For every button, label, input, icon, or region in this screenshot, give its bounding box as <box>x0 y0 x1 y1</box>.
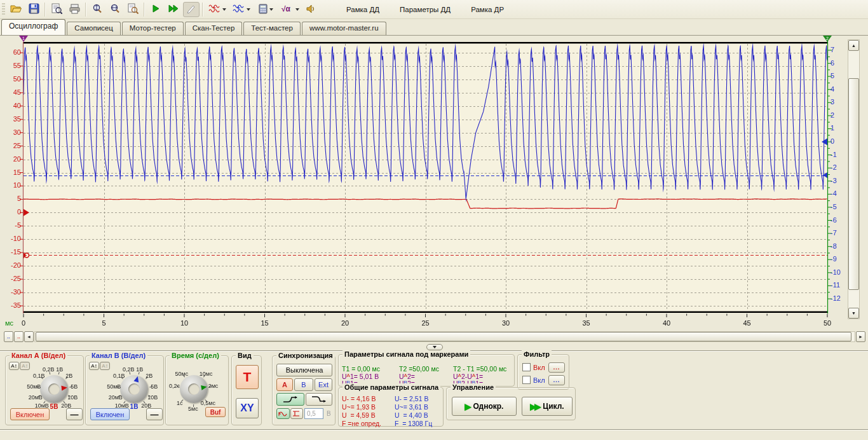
toolbar-run-cycle-button[interactable] <box>165 2 182 17</box>
channel-a-autoscale-button-1[interactable]: А↕ <box>9 362 19 370</box>
toolbar-math-functions-button[interactable]: √α <box>278 2 301 17</box>
dropdown-arrow-icon[interactable] <box>295 8 299 11</box>
y-right-tick-label: 7 <box>831 46 850 53</box>
horizontal-scroll-thumb[interactable] <box>36 332 851 341</box>
y-left-tick-label: 50 <box>4 75 21 83</box>
tab-5[interactable]: Тест-мастер <box>243 22 301 35</box>
channel-b-power-button[interactable]: Включен <box>90 408 130 420</box>
tab-3[interactable]: Мотор-тестер <box>122 22 184 35</box>
vertical-scrollbar[interactable]: ▲ ▼ <box>848 39 860 319</box>
view-t-button[interactable]: T <box>236 365 259 389</box>
marker-param-cell-r1c2: T2 =50,00 мс <box>399 365 439 373</box>
horizontal-scroll-track[interactable] <box>34 331 855 342</box>
timebase-scale-2мс[interactable]: 2мс <box>208 383 219 389</box>
menu-item-1[interactable]: Рамка ДД <box>344 4 382 15</box>
vertical-scroll-thumb[interactable] <box>848 78 859 290</box>
toolbar-run-once-button[interactable] <box>147 2 164 17</box>
printer-icon <box>69 4 81 15</box>
timebase-scale-50мс[interactable]: 50мс <box>175 371 189 377</box>
toolbar-zoom-horizontal-button[interactable] <box>107 2 123 17</box>
timebase-scale-1с[interactable]: 1с <box>177 400 183 406</box>
scroll-right-icon[interactable]: ► <box>856 331 865 342</box>
channel-b-scale-0,1В[interactable]: 0,1В <box>113 373 125 379</box>
channel-b-scale-1В[interactable]: 1В <box>136 366 143 373</box>
sync-level-input[interactable] <box>304 408 323 419</box>
channel-a-scale-2В[interactable]: 2В <box>65 373 72 379</box>
marker-jump-b-button[interactable]: .. <box>4 331 13 342</box>
sync-source-b-button[interactable]: B <box>294 378 313 391</box>
view-xy-button[interactable]: XY <box>236 398 259 418</box>
channel-b-scale-5В[interactable]: 5В <box>151 383 158 390</box>
buffer-button[interactable]: Buf <box>205 407 226 417</box>
toolbar-calculator-button[interactable] <box>254 2 277 17</box>
dropdown-arrow-icon[interactable] <box>247 8 250 11</box>
toolbar-save-button[interactable] <box>25 2 42 17</box>
toolbar-print-button[interactable] <box>66 2 83 17</box>
timebase-scale-0,5мс[interactable]: 0,5мс <box>201 400 215 406</box>
channel-a-scale-1В[interactable]: 1В <box>56 366 63 373</box>
channel-b-scale-20мВ[interactable]: 20мВ <box>109 394 123 401</box>
channel-b-shift-button[interactable]: — <box>146 408 163 420</box>
channel-a-scale-10мВ[interactable]: 10мВ <box>35 402 49 409</box>
scroll-down-icon[interactable]: ▼ <box>848 308 859 319</box>
toolbar-grip[interactable] <box>2 3 5 16</box>
scroll-left-icon[interactable]: ◄ <box>24 331 34 342</box>
horizontal-scrollbar[interactable]: .. .. ◄ ► <box>4 331 865 342</box>
channel-a-shift-button[interactable]: — <box>66 408 83 420</box>
toolbar-print-preview-button[interactable] <box>48 2 65 17</box>
timebase-scale-10мс[interactable]: 10мс <box>200 371 213 377</box>
tab-6[interactable]: www.motor-master.ru <box>302 22 386 35</box>
filter-checkbox-2[interactable] <box>522 376 531 384</box>
channel-b-scale-10мВ[interactable]: 10мВ <box>115 402 129 409</box>
channel-b-scale-50мВ[interactable]: 50мВ <box>107 383 121 390</box>
toolbar-zoom-region-button[interactable] <box>125 2 141 17</box>
sync-source-a-button[interactable]: А <box>276 378 293 391</box>
time-marker-1[interactable]: 1 <box>19 36 28 42</box>
channel-a-power-button[interactable]: Включен <box>10 408 50 420</box>
filter-settings-button-1[interactable]: ... <box>548 362 565 373</box>
menu-item-2[interactable]: Параметры ДД <box>397 4 453 15</box>
sync-edge-falling-button[interactable] <box>306 393 332 406</box>
sync-level-manual-button[interactable] <box>290 408 303 419</box>
sync-level-auto-button[interactable] <box>276 408 290 419</box>
y-right-tick-label: -11 <box>831 281 850 289</box>
channel-a-scale-5В[interactable]: 5В <box>71 383 78 390</box>
dropdown-arrow-icon[interactable] <box>269 8 273 11</box>
channel-b-scale-20В[interactable]: 20В <box>141 402 151 409</box>
dropdown-arrow-icon[interactable] <box>222 8 226 11</box>
tab-4[interactable]: Скан-Тестер <box>185 22 243 35</box>
channel-a-scale-20В[interactable]: 20В <box>61 402 71 409</box>
filter-settings-button-2[interactable]: ... <box>548 375 565 385</box>
channel-a-scale-20мВ[interactable]: 20мВ <box>29 394 43 401</box>
sync-off-button[interactable]: Выключена <box>276 364 332 376</box>
toolbar-zoom-vertical-button[interactable] <box>89 2 105 17</box>
time-marker-2[interactable]: 2 <box>823 36 832 42</box>
plot-canvas[interactable] <box>24 42 827 313</box>
toolbar-sound-button[interactable] <box>302 2 319 17</box>
menu-item-3[interactable]: Рамка ДР <box>468 4 506 15</box>
channel-a-scale-50мВ[interactable]: 50мВ <box>27 383 41 390</box>
timebase-scale-5мс[interactable]: 5мс <box>188 406 198 412</box>
marker-jump-a-button[interactable]: .. <box>14 331 24 342</box>
run-cycle-button[interactable]: ▶▶Цикл. <box>522 397 573 416</box>
channel-a-scale-10В[interactable]: 10В <box>67 394 78 401</box>
channel-a-scale-0,1В[interactable]: 0,1В <box>33 373 45 379</box>
tab-2[interactable]: Самописец <box>67 22 121 35</box>
channel-b-autoscale-button-1[interactable]: А↕ <box>89 362 99 370</box>
sync-source-ext-button[interactable]: Ext <box>315 378 332 391</box>
toolbar-channel-a-signal-button[interactable]: + <box>206 2 229 17</box>
sync-edge-rising-button[interactable] <box>276 393 304 406</box>
channel-b-scale-2В[interactable]: 2В <box>146 373 153 379</box>
y-right-tick-label: -12 <box>831 294 850 302</box>
toolbar-open-button[interactable] <box>8 2 24 17</box>
filter-checkbox-1[interactable] <box>522 363 531 371</box>
channel-b-scale-10В[interactable]: 10В <box>147 394 158 401</box>
timebase-group: Время (с/дел) Buf 50мс10мс0,2с2мс1с5мс0,… <box>165 355 229 425</box>
run-single-button[interactable]: ▶Однокр. <box>452 397 517 416</box>
scroll-up-icon[interactable]: ▲ <box>848 40 859 51</box>
filter-title: Фильтр <box>522 350 552 358</box>
collapse-panel-button[interactable] <box>426 344 443 350</box>
toolbar-channel-b-signal-button[interactable]: + <box>230 2 253 17</box>
tab-1[interactable]: Осциллограф <box>1 19 65 35</box>
timebase-scale-0,2с[interactable]: 0,2с <box>169 383 180 389</box>
